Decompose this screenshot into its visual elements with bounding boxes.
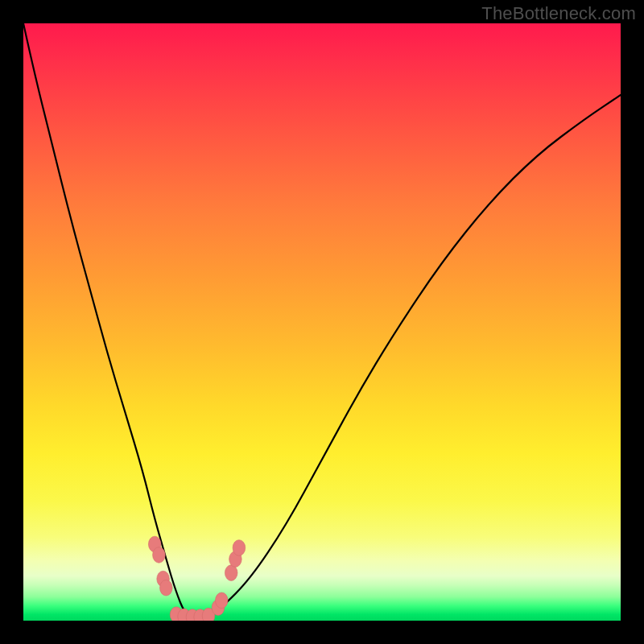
curve-marker (225, 565, 237, 581)
chart-svg (23, 23, 621, 621)
curve-marker (153, 547, 166, 564)
plot-area (23, 23, 621, 621)
bottleneck-curve (23, 23, 621, 617)
curve-marker (216, 592, 229, 609)
marker-layer (148, 536, 245, 621)
curve-path (23, 23, 621, 617)
curve-marker (233, 540, 246, 556)
watermark-text: TheBottleneck.com (481, 3, 636, 24)
outer-frame: TheBottleneck.com (0, 0, 644, 644)
curve-marker (160, 580, 173, 596)
